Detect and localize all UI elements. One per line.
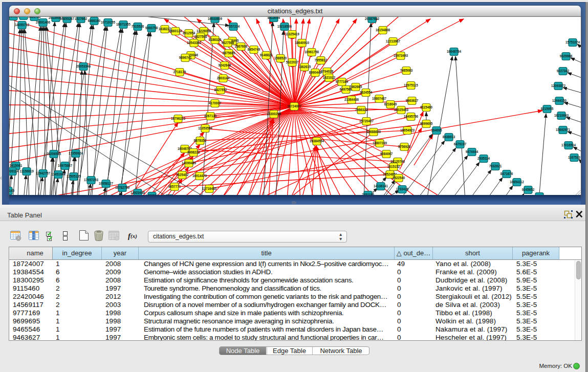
svg-text:164095: 164095 bbox=[431, 128, 442, 132]
svg-text:14136141: 14136141 bbox=[374, 184, 388, 188]
svg-text:8454749: 8454749 bbox=[248, 48, 260, 51]
svg-text:2367608: 2367608 bbox=[235, 45, 248, 48]
svg-text:10961758: 10961758 bbox=[304, 50, 319, 54]
svg-text:1362615: 1362615 bbox=[298, 65, 311, 69]
svg-text:9777169: 9777169 bbox=[336, 80, 349, 83]
svg-text:12093872: 12093872 bbox=[551, 84, 566, 87]
svg-text:17957253: 17957253 bbox=[84, 178, 99, 182]
svg-text:16495756: 16495756 bbox=[404, 115, 419, 118]
svg-text:18640910: 18640910 bbox=[295, 41, 310, 45]
svg-text:10855267: 10855267 bbox=[60, 17, 75, 20]
svg-text:9463627: 9463627 bbox=[406, 99, 419, 102]
svg-text:9827508: 9827508 bbox=[194, 35, 207, 38]
svg-text:2803144: 2803144 bbox=[217, 76, 230, 80]
svg-text:20053346: 20053346 bbox=[76, 64, 91, 68]
svg-text:8427552: 8427552 bbox=[214, 88, 227, 92]
svg-text:12444150: 12444150 bbox=[552, 99, 567, 102]
svg-text:8938913: 8938913 bbox=[443, 135, 455, 139]
svg-text:8990448: 8990448 bbox=[309, 71, 322, 74]
svg-text:1415061: 1415061 bbox=[10, 164, 23, 167]
svg-text:1733426: 1733426 bbox=[396, 187, 409, 191]
svg-text:9699695: 9699695 bbox=[420, 122, 433, 125]
svg-text:7625402: 7625402 bbox=[176, 173, 189, 177]
svg-text:9329966: 9329966 bbox=[560, 54, 573, 58]
svg-text:12975115: 12975115 bbox=[404, 83, 418, 87]
svg-text:10025453: 10025453 bbox=[394, 108, 409, 112]
svg-text:7351186: 7351186 bbox=[362, 193, 375, 196]
svg-text:20206535: 20206535 bbox=[47, 152, 61, 156]
svg-text:3912954: 3912954 bbox=[183, 31, 195, 35]
svg-text:16782759: 16782759 bbox=[115, 186, 130, 189]
svg-text:12923448: 12923448 bbox=[130, 191, 145, 194]
svg-text:11353594: 11353594 bbox=[198, 126, 212, 130]
svg-text:10654112: 10654112 bbox=[510, 180, 524, 184]
svg-text:8471676: 8471676 bbox=[500, 172, 513, 176]
svg-text:21364436: 21364436 bbox=[344, 98, 359, 101]
svg-text:1615152: 1615152 bbox=[387, 165, 400, 168]
svg-text:10807487: 10807487 bbox=[372, 97, 387, 100]
svg-text:9242848: 9242848 bbox=[219, 63, 231, 67]
svg-text:1588520: 1588520 bbox=[274, 56, 287, 60]
svg-text:14099489: 14099489 bbox=[182, 161, 197, 165]
svg-text:12505135: 12505135 bbox=[67, 174, 81, 178]
svg-text:3498222: 3498222 bbox=[187, 150, 200, 154]
svg-text:9177045: 9177045 bbox=[533, 194, 546, 197]
svg-text:9245652: 9245652 bbox=[522, 188, 535, 191]
svg-text:13226058: 13226058 bbox=[197, 29, 211, 33]
svg-text:12942757: 12942757 bbox=[36, 171, 51, 175]
svg-text:8813054: 8813054 bbox=[268, 17, 280, 19]
svg-text:18807249: 18807249 bbox=[373, 141, 387, 145]
svg-text:2935114: 2935114 bbox=[477, 157, 490, 160]
svg-text:11451944: 11451944 bbox=[51, 172, 66, 176]
svg-text:19654923: 19654923 bbox=[400, 128, 415, 132]
svg-text:11156819: 11156819 bbox=[19, 169, 34, 173]
svg-text:16648784: 16648784 bbox=[447, 50, 462, 53]
svg-text:9657771: 9657771 bbox=[168, 185, 181, 188]
svg-text:6466160: 6466160 bbox=[88, 19, 101, 23]
svg-text:16154808: 16154808 bbox=[376, 28, 390, 32]
svg-text:15751074: 15751074 bbox=[565, 40, 580, 44]
svg-text:20691406: 20691406 bbox=[36, 20, 51, 24]
svg-text:1939114: 1939114 bbox=[9, 169, 19, 173]
svg-text:9084067: 9084067 bbox=[380, 152, 393, 156]
svg-text:12213967: 12213967 bbox=[386, 39, 401, 43]
svg-text:7986322: 7986322 bbox=[355, 108, 368, 112]
svg-text:7485063: 7485063 bbox=[400, 69, 413, 72]
svg-text:7357224: 7357224 bbox=[227, 25, 240, 28]
svg-text:1527602: 1527602 bbox=[75, 17, 88, 20]
svg-text:9360758: 9360758 bbox=[145, 26, 158, 30]
svg-text:6216049: 6216049 bbox=[384, 102, 397, 106]
svg-text:1621022: 1621022 bbox=[323, 76, 336, 79]
svg-text:3624554: 3624554 bbox=[360, 91, 373, 94]
svg-text:9227342: 9227342 bbox=[557, 69, 570, 73]
svg-text:25300295: 25300295 bbox=[267, 112, 281, 116]
svg-text:7515526: 7515526 bbox=[132, 25, 144, 28]
svg-text:5875685: 5875685 bbox=[223, 51, 235, 55]
svg-text:8215955: 8215955 bbox=[541, 107, 554, 111]
svg-text:20387682: 20387682 bbox=[365, 17, 380, 20]
svg-text:3261145: 3261145 bbox=[9, 189, 15, 192]
svg-text:15692971: 15692971 bbox=[556, 128, 571, 132]
svg-text:19384554: 19384554 bbox=[310, 139, 324, 143]
svg-text:(x): (x) bbox=[130, 233, 137, 239]
svg-text:4170007: 4170007 bbox=[209, 101, 222, 105]
svg-text:7462665: 7462665 bbox=[350, 85, 362, 89]
svg-text:8186328: 8186328 bbox=[209, 38, 222, 41]
svg-text:10975867: 10975867 bbox=[58, 164, 73, 167]
svg-text:19218506: 19218506 bbox=[277, 25, 292, 28]
svg-text:9438219: 9438219 bbox=[163, 196, 176, 197]
svg-text:16210643: 16210643 bbox=[554, 114, 569, 117]
svg-text:10973493: 10973493 bbox=[394, 54, 408, 57]
svg-text:18724007: 18724007 bbox=[287, 104, 302, 108]
svg-text:10958127: 10958127 bbox=[99, 182, 114, 185]
svg-text:9474444: 9474444 bbox=[466, 150, 478, 154]
svg-text:16914479: 16914479 bbox=[192, 174, 207, 178]
svg-text:8878352: 8878352 bbox=[194, 139, 207, 142]
svg-text:10719155: 10719155 bbox=[101, 20, 116, 24]
svg-text:9327508: 9327508 bbox=[222, 41, 234, 45]
svg-text:15720407: 15720407 bbox=[359, 119, 374, 123]
svg-text:9896741: 9896741 bbox=[179, 56, 192, 59]
svg-text:17359924: 17359924 bbox=[69, 151, 83, 155]
svg-text:1353594: 1353594 bbox=[146, 194, 159, 197]
svg-text:13716485: 13716485 bbox=[202, 187, 217, 190]
